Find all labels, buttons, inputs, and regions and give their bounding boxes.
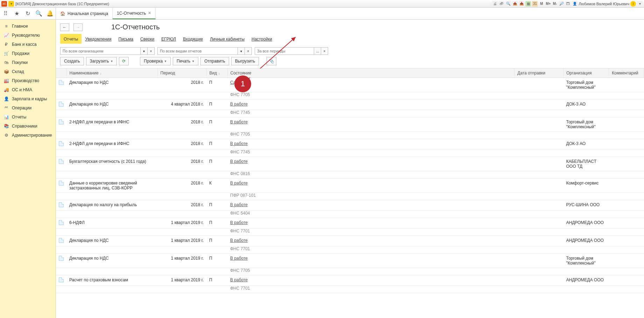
cell-state[interactable]: В работе — [230, 159, 248, 164]
col-state[interactable]: Состояние — [227, 68, 515, 78]
cell-state[interactable]: В работе — [230, 277, 248, 282]
sidebar-item-12[interactable]: ⚙Администрирование — [0, 131, 56, 140]
table-row[interactable]: Бухгалтерская отчетность (с 2011 года)20… — [56, 157, 644, 171]
cell-state[interactable]: В работе — [230, 256, 248, 261]
sidebar-icon: 📚 — [3, 124, 9, 129]
sidebar-item-label: Банк и касса — [12, 42, 37, 47]
subtab-Входящие[interactable]: Входящие — [179, 34, 206, 44]
print-button[interactable]: Печать▼ — [173, 57, 198, 65]
col-name[interactable]: Наименование↓ — [66, 68, 157, 78]
check-button[interactable]: Проверка▼ — [140, 57, 171, 65]
filter-org[interactable] — [60, 47, 141, 55]
cell-state[interactable]: В работе — [230, 102, 248, 107]
table-row[interactable]: 2-НДФЛ для передачи в ИФНС2018 г.ПВ рабо… — [56, 139, 644, 150]
filter-period-clear[interactable]: × — [321, 47, 328, 55]
tb-icon-4[interactable]: 📤 — [512, 1, 518, 7]
export-button[interactable]: Выгрузить — [231, 57, 259, 65]
cell-comment — [609, 78, 644, 92]
col-sent[interactable]: Дата отправки — [515, 68, 564, 78]
sidebar-item-6[interactable]: 🏭Производство — [0, 76, 56, 85]
bell-icon[interactable]: 🔔 — [46, 9, 54, 18]
sidebar-item-9[interactable]: ᴬᴷОперации — [0, 103, 56, 113]
subtab-Сверки[interactable]: Сверки — [137, 34, 158, 44]
cell-org: Торговый дом "Комплексный" — [564, 117, 609, 132]
subtab-Отчеты[interactable]: Отчеты — [60, 34, 82, 44]
tb-icon-3[interactable]: 🔍 — [505, 1, 511, 7]
search-icon[interactable]: 🔍 — [35, 9, 43, 18]
table-row[interactable]: Расчет по страховым взносам1 квартал 201… — [56, 275, 644, 286]
cell-name: Расчет по страховым взносам — [66, 275, 157, 286]
table-row[interactable]: Декларация по НДС1 квартал 2019 г.ПВ раб… — [56, 254, 644, 268]
sidebar-item-7[interactable]: 🚚ОС и НМА — [0, 85, 56, 94]
load-button[interactable]: Загрузить▼ — [86, 57, 117, 65]
tb-icon-2[interactable]: 🗗 — [499, 1, 504, 7]
sidebar-item-1[interactable]: 📈Руководителю — [0, 31, 56, 40]
attach-button[interactable]: 📎 — [267, 57, 276, 65]
table-row[interactable]: Декларация по НДС2018 г.ПСданоТорговый д… — [56, 78, 644, 92]
cell-state[interactable]: В работе — [230, 202, 248, 207]
tab-close-icon[interactable]: ✕ — [148, 11, 151, 15]
filter-period[interactable] — [255, 47, 314, 55]
cell-name: Бухгалтерская отчетность (с 2011 года) — [66, 157, 157, 171]
tab-reporting[interactable]: 1С-Отчетность ✕ — [113, 8, 156, 19]
col-period[interactable]: Период — [157, 68, 206, 78]
refresh-button[interactable]: ⟳ — [119, 57, 129, 65]
tb-icon-calc[interactable]: ▦ — [525, 1, 531, 7]
filter-org-clear[interactable]: × — [148, 47, 155, 55]
tb-icon-cal[interactable]: 31 — [532, 1, 538, 7]
tb-window-icon[interactable]: 🗔 — [565, 1, 571, 7]
cell-state[interactable]: В работе — [230, 220, 248, 225]
subtab-Уведомления[interactable]: Уведомления — [82, 34, 115, 44]
tb-m-plus[interactable]: M+ — [545, 1, 551, 7]
table-row[interactable]: 2-НДФЛ для передачи в ИФНС2018 г.ПВ рабо… — [56, 117, 644, 132]
subtab-ЕГРЮЛ[interactable]: ЕГРЮЛ — [158, 34, 179, 44]
dropdown-icon[interactable]: ▾ — [8, 1, 14, 7]
cell-state[interactable]: В работе — [230, 238, 248, 243]
table-row[interactable]: Данные о корректировке сведений застрахо… — [56, 179, 644, 193]
star-icon[interactable]: ★ — [13, 9, 21, 18]
apps-icon[interactable]: ⠿ — [1, 9, 10, 18]
filter-kind[interactable] — [157, 47, 238, 55]
sidebar-item-2[interactable]: ₽Банк и касса — [0, 40, 56, 49]
tb-icon-5[interactable]: 📥 — [519, 1, 524, 7]
table-row[interactable]: Декларация по НДС1 квартал 2019 г.ПВ раб… — [56, 236, 644, 246]
sidebar-item-8[interactable]: 👤Зарплата и кадры — [0, 94, 56, 103]
tb-icon-1[interactable]: 🖨 — [492, 1, 498, 7]
user-name[interactable]: Любимов Валерий Юрьевич — [579, 2, 629, 6]
subtab-Настройки[interactable]: Настройки — [248, 34, 276, 44]
sidebar-item-3[interactable]: 🛒Продажи — [0, 49, 56, 58]
tb-m[interactable]: M — [539, 1, 544, 7]
history-icon[interactable]: ↻ — [23, 9, 32, 18]
sidebar-item-10[interactable]: 📊Отчеты — [0, 113, 56, 122]
sidebar-item-4[interactable]: 🛍Покупки — [0, 58, 56, 67]
col-kind[interactable]: Вид↓ — [206, 68, 227, 78]
subtab-Личные кабинеты[interactable]: Личные кабинеты — [206, 34, 248, 44]
filter-kind-dd[interactable]: ▾ — [238, 47, 245, 55]
filter-org-dd[interactable]: ▾ — [141, 47, 148, 55]
send-button[interactable]: Отправить — [200, 57, 229, 65]
cell-state[interactable]: Сдано — [230, 80, 243, 85]
cell-state[interactable]: В работе — [230, 120, 248, 124]
table-row[interactable]: Декларация по налогу на прибыль2018 г.ПВ… — [56, 200, 644, 211]
nav-back-button[interactable]: ← — [60, 23, 69, 31]
tab-home[interactable]: 🏠 Начальная страница — [56, 8, 113, 19]
tb-info-icon[interactable]: i — [630, 1, 636, 7]
col-comment[interactable]: Комментарий — [609, 68, 644, 78]
sidebar-item-11[interactable]: 📚Справочники — [0, 122, 56, 131]
sidebar-item-5[interactable]: 📦Склад — [0, 67, 56, 76]
col-icon[interactable] — [56, 68, 66, 78]
table-row[interactable]: Декларация по НДС4 квартал 2018 г.ПВ раб… — [56, 100, 644, 110]
table-row[interactable]: 6-НДФЛ1 квартал 2019 г.ПВ работеАНДРОМЕД… — [56, 218, 644, 229]
cell-state[interactable]: В работе — [230, 181, 248, 186]
tb-zoom-icon[interactable]: 🔎 — [559, 1, 564, 7]
tb-menu-icon[interactable]: ▾ — [637, 1, 643, 7]
create-button[interactable]: Создать — [60, 57, 84, 65]
col-org[interactable]: Организация — [564, 68, 609, 78]
cell-state[interactable]: В работе — [230, 141, 248, 146]
filter-period-dd[interactable]: … — [314, 47, 321, 55]
sidebar-item-0[interactable]: ≡Главное — [0, 22, 56, 31]
tb-m-minus[interactable]: M- — [552, 1, 558, 7]
subtab-Письма[interactable]: Письма — [115, 34, 137, 44]
cell-comment — [609, 139, 644, 150]
filter-kind-clear[interactable]: × — [245, 47, 252, 55]
